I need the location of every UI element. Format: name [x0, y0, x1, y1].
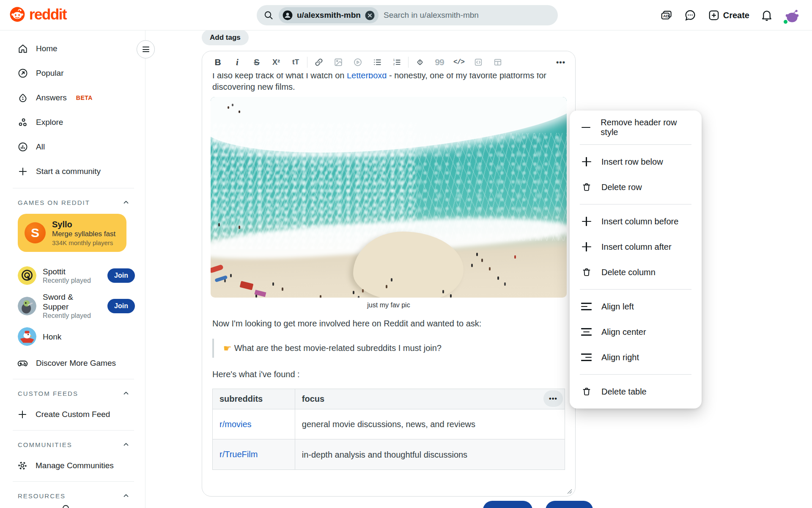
- table-header-row: subreddits focus: [213, 389, 565, 409]
- section-title: RESOURCES: [18, 492, 66, 500]
- svg-text:AD: AD: [663, 14, 669, 18]
- search-bar[interactable]: u/alexsmith-mbn Search in u/alexsmith-mb…: [257, 5, 558, 25]
- create-custom-feed-label: Create Custom Feed: [36, 410, 110, 419]
- game-row-sword-supper[interactable]: Sword & Supper Recently played Join: [8, 291, 139, 321]
- superscript-icon[interactable]: X²: [266, 55, 286, 70]
- image-caption[interactable]: just my fav pic: [211, 301, 567, 309]
- menu-item-insert-column-before[interactable]: Insert column before: [570, 209, 702, 234]
- bullet-list-icon[interactable]: [368, 55, 387, 70]
- syllo-game-icon: S: [25, 222, 46, 243]
- menu-item-label: Align center: [601, 327, 646, 337]
- svg-text:2: 2: [393, 62, 395, 66]
- create-button[interactable]: Create: [704, 6, 753, 25]
- game-row-spottit[interactable]: Spottit Recently played Join: [8, 260, 139, 291]
- heading-icon[interactable]: tT: [286, 55, 305, 70]
- column-header[interactable]: focus: [295, 389, 565, 409]
- table-cell[interactable]: in-depth analysis and thoughtful discuss…: [295, 439, 565, 470]
- reddit-wordmark: reddit: [29, 6, 66, 23]
- menu-divider: [580, 374, 691, 375]
- answers-icon: [17, 92, 28, 103]
- post-body-editor[interactable]: I also keep track of what I watch on Let…: [202, 73, 575, 496]
- menu-item-delete-row[interactable]: Delete row: [570, 174, 702, 200]
- beach-towel: [240, 281, 254, 290]
- video-icon[interactable]: [348, 55, 368, 70]
- search-scope-chip[interactable]: u/alexsmith-mbn: [279, 7, 379, 23]
- communities-header[interactable]: COMMUNITIES: [8, 435, 139, 454]
- beach-photo[interactable]: [211, 97, 567, 298]
- table-cell[interactable]: general movie discussions, news, and rev…: [295, 409, 565, 439]
- trash-icon: [581, 387, 592, 397]
- section-title: GAMES ON REDDIT: [18, 199, 90, 206]
- plus-icon: [581, 242, 592, 251]
- subreddits-table[interactable]: subreddits focus r/movies general movie …: [212, 389, 565, 470]
- manage-communities-label: Manage Communities: [36, 461, 114, 470]
- numbered-list-icon[interactable]: 1 2: [387, 55, 406, 70]
- sidebar-item-answers[interactable]: Answers BETA: [8, 86, 139, 110]
- menu-item-insert-row-below[interactable]: Insert row below: [570, 149, 702, 174]
- sidebar-item-start-community[interactable]: Start a community: [8, 159, 139, 184]
- sidebar-collapse-button[interactable]: [137, 40, 155, 58]
- strikethrough-icon[interactable]: S: [247, 55, 266, 70]
- quote-icon[interactable]: 99: [430, 55, 449, 70]
- chat-button[interactable]: [680, 6, 700, 25]
- featured-game-card-syllo[interactable]: S Syllo Merge syllables fast 334K monthl…: [18, 214, 126, 252]
- save-draft-button[interactable]: [483, 501, 532, 508]
- menu-item-delete-table[interactable]: Delete table: [570, 379, 702, 404]
- custom-feeds-header[interactable]: CUSTOM FEEDS: [8, 384, 139, 403]
- toolbar-divider: [307, 57, 307, 68]
- menu-item-align-right[interactable]: Align right: [570, 345, 702, 370]
- honk-game-icon: [18, 327, 36, 346]
- snoo-logo-icon: [9, 6, 25, 22]
- games-section-header[interactable]: GAMES ON REDDIT: [8, 193, 139, 212]
- subreddit-link[interactable]: r/movies: [219, 420, 252, 429]
- menu-item-remove-header-row-style[interactable]: Remove header row style: [570, 115, 702, 140]
- menu-item-align-left[interactable]: Align left: [570, 294, 702, 319]
- inline-code-icon[interactable]: </>: [449, 55, 469, 70]
- user-avatar[interactable]: [783, 6, 801, 24]
- create-custom-feed[interactable]: Create Custom Feed: [8, 403, 139, 426]
- notifications-button[interactable]: [757, 6, 776, 25]
- discover-more-games[interactable]: Discover More Games: [8, 352, 139, 375]
- explore-icon: [17, 117, 28, 128]
- profile-icon: [282, 10, 293, 21]
- sidebar-item-explore[interactable]: Explore: [8, 110, 139, 135]
- join-button[interactable]: Join: [107, 299, 135, 313]
- reddit-logo[interactable]: reddit: [9, 6, 66, 23]
- plus-icon: [581, 217, 592, 226]
- sidebar-item-home[interactable]: Home: [8, 36, 139, 61]
- post-button[interactable]: [546, 501, 593, 508]
- spoiler-icon[interactable]: [410, 55, 430, 70]
- plus-icon: [17, 409, 28, 420]
- add-tags-button[interactable]: Add tags: [202, 30, 249, 45]
- menu-item-insert-column-after[interactable]: Insert column after: [570, 234, 702, 260]
- resources-header[interactable]: RESOURCES: [8, 486, 139, 505]
- table-icon[interactable]: [488, 55, 508, 70]
- link-icon[interactable]: [309, 55, 329, 70]
- join-button[interactable]: Join: [107, 268, 135, 283]
- manage-communities[interactable]: Manage Communities: [8, 454, 139, 477]
- game-row-honk[interactable]: Honk: [8, 321, 139, 352]
- topbar-actions: AD: [657, 0, 801, 30]
- menu-item-label: Remove header row style: [601, 118, 691, 137]
- search-input[interactable]: Search in u/alexsmith-mbn: [384, 11, 479, 20]
- bold-icon[interactable]: B: [208, 55, 228, 70]
- sidebar-item-all[interactable]: All: [8, 135, 139, 159]
- resize-handle[interactable]: [565, 487, 572, 494]
- italic-icon[interactable]: i: [228, 55, 247, 70]
- menu-item-delete-column[interactable]: Delete column: [570, 260, 702, 285]
- column-header[interactable]: subreddits: [213, 389, 295, 409]
- create-plus-icon: [708, 9, 720, 22]
- table-options-button[interactable]: •••: [543, 390, 563, 407]
- code-block-icon[interactable]: [469, 55, 488, 70]
- swimmers: [228, 106, 229, 109]
- letterboxd-link[interactable]: Letterboxd: [347, 73, 387, 80]
- image-icon[interactable]: [329, 55, 348, 70]
- advertise-button[interactable]: AD: [657, 6, 676, 25]
- post-editor[interactable]: B i S X² tT: [202, 51, 576, 497]
- chip-close-icon[interactable]: [365, 10, 375, 21]
- subreddit-link[interactable]: r/TrueFilm: [219, 450, 258, 459]
- toolbar-more-icon[interactable]: •••: [552, 58, 569, 67]
- menu-item-align-center[interactable]: Align center: [570, 319, 702, 345]
- game-name: Sword & Supper: [43, 292, 101, 312]
- sidebar-item-popular[interactable]: Popular: [8, 61, 139, 86]
